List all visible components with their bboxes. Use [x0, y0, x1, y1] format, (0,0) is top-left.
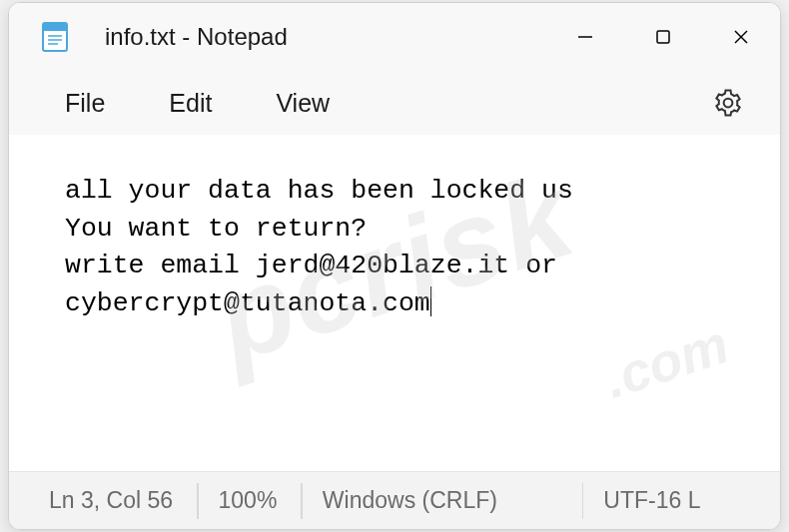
statusbar: Ln 3, Col 56 100% Windows (CRLF) UTF-16 … — [9, 471, 780, 529]
notepad-icon — [37, 19, 73, 55]
menu-edit[interactable]: Edit — [141, 81, 240, 126]
titlebar[interactable]: info.txt - Notepad — [9, 3, 780, 71]
svg-rect-6 — [657, 31, 669, 43]
gear-icon — [713, 88, 743, 118]
text-editor-area[interactable]: all your data has been locked us You wan… — [9, 135, 780, 471]
close-button[interactable] — [702, 3, 780, 71]
text-cursor — [430, 286, 432, 316]
status-cursor-position[interactable]: Ln 3, Col 56 — [49, 483, 197, 519]
editor-text: all your data has been locked us You wan… — [65, 176, 573, 318]
notepad-window: info.txt - Notepad File Edit View all yo… — [8, 2, 781, 530]
menu-view[interactable]: View — [248, 81, 358, 126]
maximize-button[interactable] — [624, 3, 702, 71]
status-zoom[interactable]: 100% — [219, 483, 302, 519]
menu-file[interactable]: File — [37, 81, 133, 126]
status-encoding[interactable]: UTF-16 L — [603, 483, 724, 519]
window-controls — [546, 3, 780, 71]
window-title: info.txt - Notepad — [105, 23, 546, 51]
status-line-ending[interactable]: Windows (CRLF) — [323, 483, 582, 519]
minimize-button[interactable] — [546, 3, 624, 71]
settings-button[interactable] — [704, 79, 752, 127]
svg-rect-1 — [43, 23, 67, 31]
menubar: File Edit View — [9, 71, 780, 135]
